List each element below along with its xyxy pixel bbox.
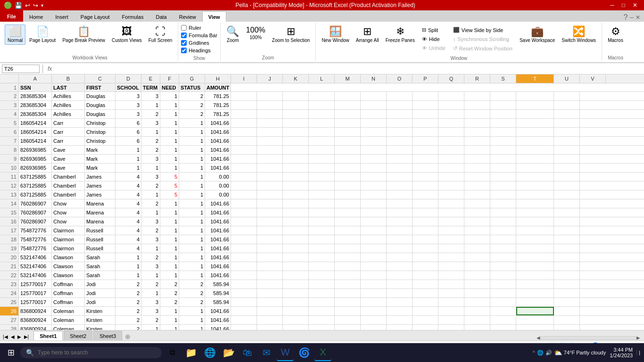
cell-s2[interactable] xyxy=(490,92,516,100)
row-num-27[interactable]: 27 xyxy=(0,316,19,324)
cell-d6[interactable]: 6 xyxy=(116,128,141,136)
cell-c1[interactable]: FIRST xyxy=(85,83,116,91)
cell-t12[interactable] xyxy=(516,181,554,190)
cell-j17[interactable] xyxy=(257,226,283,235)
cell-g27[interactable]: 1 xyxy=(179,316,205,324)
cell-s12[interactable] xyxy=(490,181,516,190)
normal-view-btn[interactable]: ⬜ Normal xyxy=(5,25,25,45)
headings-checkbox-label[interactable]: Headings xyxy=(181,48,210,53)
close-btn[interactable]: ✕ xyxy=(630,2,640,8)
row-num-10[interactable]: 10 xyxy=(0,164,19,172)
cell-d26[interactable]: 2 xyxy=(116,307,141,315)
cell-s16[interactable] xyxy=(490,217,516,226)
cell-f23[interactable]: 2 xyxy=(160,280,179,288)
cell-t8[interactable] xyxy=(516,146,554,154)
cell-r11[interactable] xyxy=(464,173,490,181)
cell-c23[interactable]: Jodi xyxy=(85,280,116,288)
cell-j23[interactable] xyxy=(257,280,283,288)
cell-g17[interactable]: 1 xyxy=(179,226,205,235)
cell-q21[interactable] xyxy=(438,262,464,271)
cell-r24[interactable] xyxy=(464,289,490,297)
cell-u10[interactable] xyxy=(554,164,580,172)
cell-e20[interactable]: 2 xyxy=(141,253,160,262)
cell-i5[interactable] xyxy=(231,119,257,127)
cell-a19[interactable]: 754872776 xyxy=(19,244,52,253)
cell-p2[interactable] xyxy=(413,92,438,100)
cell-g1[interactable]: STATUS xyxy=(179,83,205,91)
cell-q7[interactable] xyxy=(438,137,464,145)
cell-o22[interactable] xyxy=(387,271,413,280)
cell-b17[interactable]: Clairmon xyxy=(52,226,85,235)
cell-n17[interactable] xyxy=(361,226,387,235)
row-num-15[interactable]: 15 xyxy=(0,208,19,217)
cell-e2[interactable]: 3 xyxy=(141,92,160,100)
col-header-p[interactable]: P xyxy=(413,74,438,83)
col-header-u[interactable]: U xyxy=(554,74,580,83)
cell-i11[interactable] xyxy=(231,173,257,181)
cell-c11[interactable]: James xyxy=(85,173,116,181)
cell-d20[interactable]: 1 xyxy=(116,253,141,262)
cell-n19[interactable] xyxy=(361,244,387,253)
cell-c10[interactable]: Mark xyxy=(85,164,116,172)
taskview-btn[interactable]: ⧉ xyxy=(164,344,181,361)
cell-h21[interactable]: 1041.66 xyxy=(205,262,231,271)
cell-c7[interactable]: Christop xyxy=(85,137,116,145)
cell-l19[interactable] xyxy=(309,244,335,253)
cell-a21[interactable]: 532147406 xyxy=(19,262,52,271)
cell-p8[interactable] xyxy=(413,146,438,154)
cell-c25[interactable]: Jodi xyxy=(85,298,116,306)
zoom-100-btn[interactable]: 100% 100% xyxy=(243,25,268,42)
cell-o4[interactable] xyxy=(387,110,413,118)
cell-o24[interactable] xyxy=(387,289,413,297)
cell-s17[interactable] xyxy=(490,226,516,235)
cell-a27[interactable]: 836800924 xyxy=(19,316,52,324)
row-num-22[interactable]: 22 xyxy=(0,271,19,280)
cell-p25[interactable] xyxy=(413,298,438,306)
cell-i7[interactable] xyxy=(231,137,257,145)
cell-b12[interactable]: Chamberl xyxy=(52,181,85,190)
cell-m7[interactable] xyxy=(335,137,361,145)
cell-h11[interactable]: 0.00 xyxy=(205,173,231,181)
cell-p18[interactable] xyxy=(413,235,438,244)
row-num-4[interactable]: 4 xyxy=(0,110,19,118)
cell-s11[interactable] xyxy=(490,173,516,181)
cell-e15[interactable]: 1 xyxy=(141,208,160,217)
cell-j16[interactable] xyxy=(257,217,283,226)
cell-t23[interactable] xyxy=(516,280,554,288)
headings-checkbox[interactable] xyxy=(181,48,187,53)
cell-n13[interactable] xyxy=(361,190,387,199)
cell-e5[interactable]: 3 xyxy=(141,119,160,127)
cell-j9[interactable] xyxy=(257,155,283,163)
cell-k9[interactable] xyxy=(283,155,309,163)
cell-d21[interactable]: 1 xyxy=(116,262,141,271)
cell-b13[interactable]: Chamberl xyxy=(52,190,85,199)
cell-s20[interactable] xyxy=(490,253,516,262)
cell-d9[interactable]: 1 xyxy=(116,155,141,163)
cell-k10[interactable] xyxy=(283,164,309,172)
cell-i9[interactable] xyxy=(231,155,257,163)
cell-q20[interactable] xyxy=(438,253,464,262)
cell-o28[interactable] xyxy=(387,325,413,330)
cell-d28[interactable]: 2 xyxy=(116,325,141,330)
cell-r18[interactable] xyxy=(464,235,490,244)
row-num-8[interactable]: 8 xyxy=(0,146,19,154)
cell-r26[interactable] xyxy=(464,307,490,315)
taskbar-excel[interactable]: X xyxy=(314,344,331,361)
cell-j2[interactable] xyxy=(257,92,283,100)
cell-o15[interactable] xyxy=(387,208,413,217)
tray-network[interactable]: 🌐 xyxy=(537,350,544,356)
cell-d2[interactable]: 3 xyxy=(116,92,141,100)
grid-area[interactable]: 1 SSN LAST FIRST SCHOOL TERM NEED STATUS… xyxy=(0,83,644,330)
sheet-tab-2[interactable]: Sheet2 xyxy=(64,331,92,340)
cell-p28[interactable] xyxy=(413,325,438,330)
minimize-ribbon-btn[interactable]: ─ xyxy=(629,14,634,21)
cell-o25[interactable] xyxy=(387,298,413,306)
custom-views-btn[interactable]: 🖼 Custom Views xyxy=(109,25,145,45)
cell-f18[interactable]: 1 xyxy=(160,235,179,244)
cell-l8[interactable] xyxy=(309,146,335,154)
cell-a13[interactable]: 637125885 xyxy=(19,190,52,199)
cell-l16[interactable] xyxy=(309,217,335,226)
help-btn[interactable]: ? xyxy=(624,13,628,22)
cell-f19[interactable]: 1 xyxy=(160,244,179,253)
formula-bar-checkbox-label[interactable]: Formula Bar xyxy=(181,33,217,38)
